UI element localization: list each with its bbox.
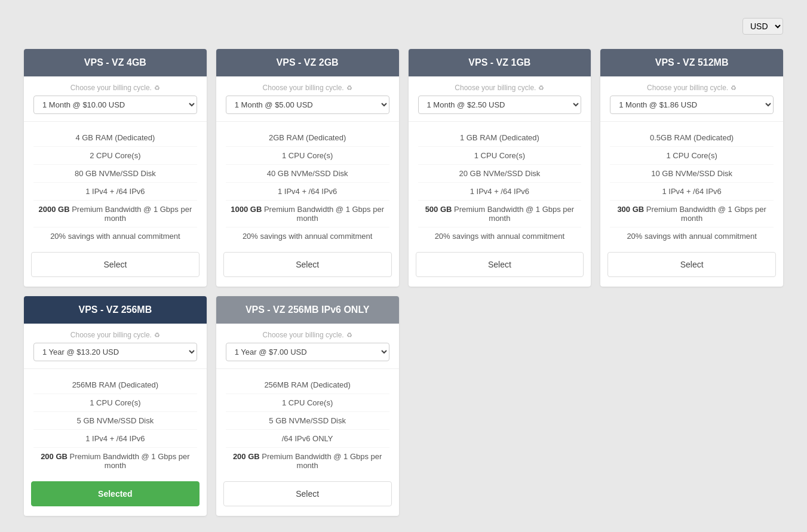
select-button-vps-4gb[interactable]: Select bbox=[31, 252, 200, 277]
plan-feature: 256MB RAM (Dedicated) bbox=[226, 376, 389, 394]
plan-features-vps-512mb: 0.5GB RAM (Dedicated)1 CPU Core(s)10 GB … bbox=[600, 122, 783, 252]
billing-section-vps-4gb: Choose your billing cycle. ♻ 1 Month @ $… bbox=[24, 76, 207, 122]
plan-feature: 20% savings with annual commitment bbox=[610, 227, 774, 245]
plan-feature: 256MB RAM (Dedicated) bbox=[33, 376, 197, 394]
plan-feature: 20% savings with annual commitment bbox=[418, 227, 582, 245]
plan-feature: 1000 GB Premium Bandwidth @ 1 Gbps per m… bbox=[226, 201, 389, 227]
select-button-vps-512mb[interactable]: Select bbox=[607, 252, 776, 277]
plan-header-vps-2gb: VPS - VZ 2GB bbox=[216, 49, 399, 76]
billing-select-vps-256mb[interactable]: 1 Month @ $1.32 USD1 Year @ $13.20 USD bbox=[33, 343, 197, 361]
page-header: USD EUR GBP bbox=[24, 18, 783, 35]
billing-select-vps-256mb-ipv6[interactable]: 1 Month @ $0.70 USD1 Year @ $7.00 USD bbox=[226, 343, 389, 361]
plan-feature: 4 GB RAM (Dedicated) bbox=[33, 129, 197, 147]
plan-feature: 1 IPv4 + /64 IPv6 bbox=[33, 183, 197, 201]
plan-feature: 20% savings with annual commitment bbox=[33, 227, 197, 245]
plan-features-vps-4gb: 4 GB RAM (Dedicated)2 CPU Core(s)80 GB N… bbox=[24, 122, 207, 252]
plan-feature: 1 CPU Core(s) bbox=[226, 147, 389, 165]
select-button-vps-1gb[interactable]: Select bbox=[416, 252, 584, 277]
plan-card-vps-256mb: VPS - VZ 256MB Choose your billing cycle… bbox=[24, 296, 207, 516]
plan-card-vps-512mb: VPS - VZ 512MB Choose your billing cycle… bbox=[600, 49, 783, 287]
plan-feature: 1 CPU Core(s) bbox=[418, 147, 582, 165]
select-button-vps-256mb[interactable]: Selected bbox=[31, 481, 200, 506]
recycle-icon: ♻ bbox=[346, 331, 352, 339]
billing-label: Choose your billing cycle. ♻ bbox=[226, 84, 389, 92]
plan-header-vps-512mb: VPS - VZ 512MB bbox=[600, 49, 783, 76]
plan-features-vps-256mb: 256MB RAM (Dedicated)1 CPU Core(s)5 GB N… bbox=[24, 369, 207, 481]
recycle-icon: ♻ bbox=[154, 331, 160, 339]
plan-feature: 2 CPU Core(s) bbox=[33, 147, 197, 165]
select-button-vps-2gb[interactable]: Select bbox=[223, 252, 392, 277]
plan-feature: 2000 GB Premium Bandwidth @ 1 Gbps per m… bbox=[33, 201, 197, 227]
billing-select-vps-1gb[interactable]: 1 Month @ $2.50 USD1 Year @ $24.00 USD bbox=[418, 96, 582, 114]
plan-feature: 200 GB Premium Bandwidth @ 1 Gbps per mo… bbox=[33, 448, 197, 474]
plan-features-vps-2gb: 2GB RAM (Dedicated)1 CPU Core(s)40 GB NV… bbox=[216, 122, 399, 252]
select-button-vps-256mb-ipv6[interactable]: Select bbox=[223, 481, 392, 506]
billing-label: Choose your billing cycle. ♻ bbox=[418, 84, 582, 92]
plan-features-vps-1gb: 1 GB RAM (Dedicated)1 CPU Core(s)20 GB N… bbox=[409, 122, 591, 252]
plan-feature: /64 IPv6 ONLY bbox=[226, 430, 389, 448]
plan-feature: 20 GB NVMe/SSD Disk bbox=[418, 165, 582, 183]
billing-section-vps-256mb-ipv6: Choose your billing cycle. ♻ 1 Month @ $… bbox=[216, 324, 399, 369]
billing-select-vps-4gb[interactable]: 1 Month @ $10.00 USD1 Year @ $96.00 USD bbox=[33, 96, 197, 114]
billing-section-vps-1gb: Choose your billing cycle. ♻ 1 Month @ $… bbox=[409, 76, 591, 122]
billing-select-vps-2gb[interactable]: 1 Month @ $5.00 USD1 Year @ $48.00 USD bbox=[226, 96, 389, 114]
plan-feature: 1 CPU Core(s) bbox=[610, 147, 774, 165]
plan-feature: 10 GB NVMe/SSD Disk bbox=[610, 165, 774, 183]
currency-selector: USD EUR GBP bbox=[738, 18, 783, 35]
plan-feature: 1 GB RAM (Dedicated) bbox=[418, 129, 582, 147]
plan-feature: 1 IPv4 + /64 IPv6 bbox=[33, 430, 197, 448]
plan-feature: 300 GB Premium Bandwidth @ 1 Gbps per mo… bbox=[610, 201, 774, 227]
empty-slot bbox=[600, 296, 783, 516]
currency-select[interactable]: USD EUR GBP bbox=[742, 18, 783, 35]
plan-header-vps-256mb: VPS - VZ 256MB bbox=[24, 296, 207, 324]
plan-feature: 500 GB Premium Bandwidth @ 1 Gbps per mo… bbox=[418, 201, 582, 227]
plan-feature: 5 GB NVMe/SSD Disk bbox=[226, 412, 389, 430]
empty-slot bbox=[409, 296, 591, 516]
plan-feature: 1 CPU Core(s) bbox=[33, 394, 197, 412]
plan-card-vps-256mb-ipv6: VPS - VZ 256MB IPv6 ONLY Choose your bil… bbox=[216, 296, 399, 516]
plan-feature: 1 CPU Core(s) bbox=[226, 394, 389, 412]
billing-section-vps-2gb: Choose your billing cycle. ♻ 1 Month @ $… bbox=[216, 76, 399, 122]
billing-select-vps-512mb[interactable]: 1 Month @ $1.86 USD1 Year @ $17.88 USD bbox=[610, 96, 774, 114]
plan-card-vps-2gb: VPS - VZ 2GB Choose your billing cycle. … bbox=[216, 49, 399, 287]
recycle-icon: ♻ bbox=[731, 84, 737, 92]
plan-feature: 1 IPv4 + /64 IPv6 bbox=[418, 183, 582, 201]
plan-feature: 1 IPv4 + /64 IPv6 bbox=[610, 183, 774, 201]
plan-feature: 200 GB Premium Bandwidth @ 1 Gbps per mo… bbox=[226, 448, 389, 474]
billing-label: Choose your billing cycle. ♻ bbox=[33, 331, 197, 339]
recycle-icon: ♻ bbox=[538, 84, 544, 92]
plan-feature: 20% savings with annual commitment bbox=[226, 227, 389, 245]
plan-header-vps-1gb: VPS - VZ 1GB bbox=[409, 49, 591, 76]
billing-section-vps-256mb: Choose your billing cycle. ♻ 1 Month @ $… bbox=[24, 324, 207, 369]
plan-feature: 1 IPv4 + /64 IPv6 bbox=[226, 183, 389, 201]
recycle-icon: ♻ bbox=[346, 84, 352, 92]
plan-feature: 5 GB NVMe/SSD Disk bbox=[33, 412, 197, 430]
billing-label: Choose your billing cycle. ♻ bbox=[610, 84, 774, 92]
plan-feature: 40 GB NVMe/SSD Disk bbox=[226, 165, 389, 183]
plan-header-vps-256mb-ipv6: VPS - VZ 256MB IPv6 ONLY bbox=[216, 296, 399, 324]
plan-feature: 0.5GB RAM (Dedicated) bbox=[610, 129, 774, 147]
plan-header-vps-4gb: VPS - VZ 4GB bbox=[24, 49, 207, 76]
plans-row-2: VPS - VZ 256MB Choose your billing cycle… bbox=[24, 296, 783, 516]
recycle-icon: ♻ bbox=[154, 84, 160, 92]
billing-section-vps-512mb: Choose your billing cycle. ♻ 1 Month @ $… bbox=[600, 76, 783, 122]
plan-feature: 80 GB NVMe/SSD Disk bbox=[33, 165, 197, 183]
plan-features-vps-256mb-ipv6: 256MB RAM (Dedicated)1 CPU Core(s)5 GB N… bbox=[216, 369, 399, 481]
plans-row-1: VPS - VZ 4GB Choose your billing cycle. … bbox=[24, 49, 783, 287]
plan-card-vps-1gb: VPS - VZ 1GB Choose your billing cycle. … bbox=[409, 49, 591, 287]
billing-label: Choose your billing cycle. ♻ bbox=[226, 331, 389, 339]
plan-card-vps-4gb: VPS - VZ 4GB Choose your billing cycle. … bbox=[24, 49, 207, 287]
billing-label: Choose your billing cycle. ♻ bbox=[33, 84, 197, 92]
plan-feature: 2GB RAM (Dedicated) bbox=[226, 129, 389, 147]
